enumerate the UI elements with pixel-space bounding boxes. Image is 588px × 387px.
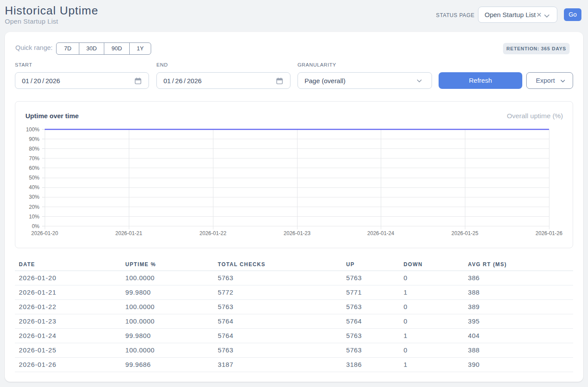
svg-text:0%: 0% bbox=[32, 223, 40, 229]
svg-text:20%: 20% bbox=[29, 204, 39, 210]
svg-text:40%: 40% bbox=[29, 184, 39, 190]
svg-text:2026-01-25: 2026-01-25 bbox=[451, 230, 478, 236]
svg-text:2026-01-21: 2026-01-21 bbox=[115, 230, 142, 236]
svg-text:30%: 30% bbox=[29, 194, 39, 200]
svg-text:90%: 90% bbox=[29, 136, 39, 142]
svg-text:100%: 100% bbox=[26, 127, 39, 133]
svg-text:2026-01-22: 2026-01-22 bbox=[199, 230, 227, 236]
svg-text:50%: 50% bbox=[29, 175, 39, 181]
svg-text:2026-01-20: 2026-01-20 bbox=[31, 230, 58, 236]
svg-text:10%: 10% bbox=[29, 214, 39, 220]
svg-text:2026-01-24: 2026-01-24 bbox=[367, 230, 394, 236]
svg-text:80%: 80% bbox=[29, 146, 39, 152]
svg-text:60%: 60% bbox=[29, 165, 39, 171]
svg-text:2026-01-23: 2026-01-23 bbox=[283, 230, 311, 236]
svg-text:70%: 70% bbox=[29, 155, 39, 162]
svg-text:2026-01-26: 2026-01-26 bbox=[535, 230, 563, 236]
